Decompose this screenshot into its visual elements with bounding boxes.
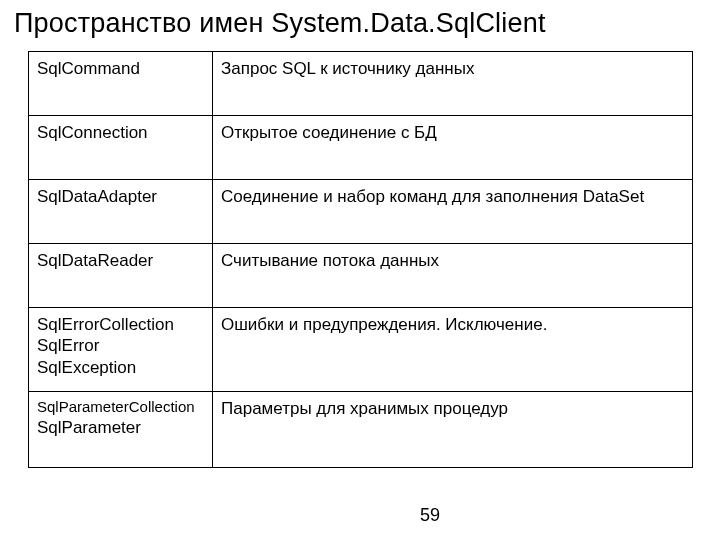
class-name: SqlDataAdapter xyxy=(37,186,204,207)
class-name-cell: SqlCommand xyxy=(29,52,213,116)
table-row: SqlErrorCollection SqlError SqlException… xyxy=(29,308,693,392)
table-row: SqlCommand Запрос SQL к источнику данных xyxy=(29,52,693,116)
class-name: SqlErrorCollection xyxy=(37,314,204,335)
class-desc-cell: Считывание потока данных xyxy=(213,244,693,308)
table-row: SqlParameterCollection SqlParameter Пара… xyxy=(29,392,693,468)
class-name-cell: SqlParameterCollection SqlParameter xyxy=(29,392,213,468)
class-name-cell: SqlDataReader xyxy=(29,244,213,308)
class-name-cell: SqlConnection xyxy=(29,116,213,180)
class-desc-cell: Параметры для хранимых процедур xyxy=(213,392,693,468)
namespace-table: SqlCommand Запрос SQL к источнику данных… xyxy=(28,51,693,468)
class-name: SqlParameter xyxy=(37,417,204,438)
class-name: SqlDataReader xyxy=(37,250,204,271)
class-desc-cell: Открытое соединение с БД xyxy=(213,116,693,180)
table-row: SqlDataAdapter Соединение и набор команд… xyxy=(29,180,693,244)
table-row: SqlDataReader Считывание потока данных xyxy=(29,244,693,308)
class-desc-cell: Ошибки и предупреждения. Исключение. xyxy=(213,308,693,392)
page-number: 59 xyxy=(420,505,440,526)
class-name: SqlConnection xyxy=(37,122,204,143)
class-name: SqlParameterCollection xyxy=(37,398,204,417)
class-desc-cell: Соединение и набор команд для заполнения… xyxy=(213,180,693,244)
slide: Пространство имен System.Data.SqlClient … xyxy=(0,0,720,540)
class-name: SqlCommand xyxy=(37,58,204,79)
class-name-cell: SqlDataAdapter xyxy=(29,180,213,244)
class-desc-cell: Запрос SQL к источнику данных xyxy=(213,52,693,116)
slide-title: Пространство имен System.Data.SqlClient xyxy=(0,8,720,47)
class-name: SqlException xyxy=(37,357,204,378)
table-row: SqlConnection Открытое соединение с БД xyxy=(29,116,693,180)
class-name-cell: SqlErrorCollection SqlError SqlException xyxy=(29,308,213,392)
class-name: SqlError xyxy=(37,335,204,356)
